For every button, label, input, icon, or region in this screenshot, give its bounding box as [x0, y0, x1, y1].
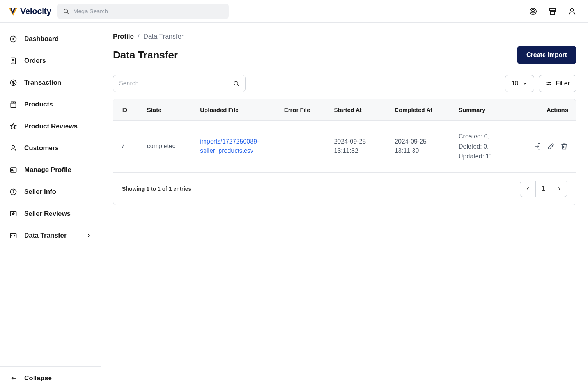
sidebar-item-label: Seller Info [24, 188, 56, 196]
sidebar: Dashboard Orders Transaction Products Pr… [0, 23, 101, 390]
edit-icon[interactable] [547, 142, 555, 150]
svg-rect-5 [551, 11, 555, 14]
chevron-right-icon [556, 186, 562, 191]
page-size-dropdown[interactable]: 10 [505, 75, 535, 92]
pagination: 1 [520, 181, 567, 197]
chevron-right-icon [85, 232, 92, 239]
svg-point-0 [64, 9, 68, 13]
sidebar-item-seller-info[interactable]: Seller Info [0, 181, 101, 203]
search-icon [63, 8, 69, 15]
col-state[interactable]: State [139, 99, 192, 121]
data-table: ID State Uploaded File Error File Starte… [113, 99, 576, 173]
col-completed-at[interactable]: Completed At [387, 99, 451, 121]
filter-icon [545, 80, 552, 87]
sidebar-item-data-transfer[interactable]: Data Transfer [0, 225, 101, 246]
table-toolbar: 10 Filter [113, 75, 576, 99]
col-started-at[interactable]: Started At [326, 99, 387, 121]
svg-point-22 [13, 190, 14, 191]
breadcrumb: Profile / Data Transfer [113, 33, 576, 41]
collapse-icon [9, 374, 17, 382]
sidebar-item-label: Manage Profile [24, 166, 71, 174]
pager-next[interactable] [551, 181, 567, 197]
sidebar-item-label: Seller Reviews [24, 210, 71, 218]
mega-search[interactable] [57, 4, 229, 19]
table-search[interactable] [113, 75, 246, 92]
chevron-down-icon [522, 81, 528, 86]
cell-state: completed [147, 143, 176, 149]
visit-shop-icon[interactable] [529, 7, 537, 16]
search-icon [233, 80, 240, 87]
svg-point-32 [549, 84, 550, 85]
create-import-button[interactable]: Create Import [517, 46, 576, 64]
import-icon[interactable] [534, 142, 542, 150]
col-id[interactable]: ID [113, 99, 139, 121]
breadcrumb-root[interactable]: Profile [113, 33, 134, 41]
brand-name: Velocity [20, 6, 51, 16]
table-row: 7 completed imports/1727250089-seller_pr… [113, 121, 576, 173]
transaction-icon [9, 79, 17, 87]
mega-search-input[interactable] [73, 8, 223, 14]
cell-uploaded-file-link[interactable]: imports/1727250089-seller_products.csv [200, 138, 259, 154]
cell-id: 7 [121, 143, 125, 149]
sidebar-item-dashboard[interactable]: Dashboard [0, 28, 101, 50]
sidebar-item-seller-reviews[interactable]: Seller Reviews [0, 203, 101, 225]
profile-card-icon [9, 166, 17, 174]
sidebar-item-label: Orders [24, 57, 46, 65]
row-actions [524, 142, 568, 150]
pager-page[interactable]: 1 [536, 181, 551, 197]
sidebar-item-manage-profile[interactable]: Manage Profile [0, 159, 101, 181]
table-search-input[interactable] [119, 80, 233, 87]
svg-point-8 [13, 39, 14, 40]
info-icon [9, 188, 17, 196]
svg-point-4 [533, 11, 534, 12]
col-summary[interactable]: Summary [451, 99, 516, 121]
sidebar-item-orders[interactable]: Orders [0, 50, 101, 72]
svg-point-27 [234, 81, 238, 85]
sidebar-item-customers[interactable]: Customers [0, 137, 101, 159]
sidebar-item-label: Data Transfer [24, 232, 67, 239]
logo-mark-icon [8, 6, 18, 16]
delete-icon[interactable] [560, 142, 568, 150]
page-title: Data Transfer [113, 49, 178, 61]
chevron-left-icon [525, 186, 531, 191]
entries-text: Showing 1 to 1 of 1 entries [122, 186, 191, 192]
header-actions [529, 7, 580, 16]
cell-completed-at: 2024-09-25 13:11:39 [395, 138, 427, 154]
sidebar-collapse[interactable]: Collapse [0, 366, 101, 390]
products-icon [9, 101, 17, 108]
breadcrumb-current: Data Transfer [143, 33, 184, 41]
review-icon [9, 210, 17, 218]
user-icon[interactable] [568, 7, 576, 16]
col-uploaded-file[interactable]: Uploaded File [192, 99, 276, 121]
sidebar-item-label: Transaction [24, 79, 61, 87]
col-actions: Actions [516, 99, 576, 121]
sidebar-item-label: Dashboard [24, 35, 59, 43]
sidebar-item-transaction[interactable]: Transaction [0, 72, 101, 94]
cell-started-at: 2024-09-25 13:11:32 [334, 138, 366, 154]
sidebar-item-label: Customers [24, 144, 59, 152]
svg-rect-18 [11, 168, 16, 172]
filter-button[interactable]: Filter [539, 75, 576, 92]
store-icon[interactable] [548, 7, 557, 16]
orders-icon [9, 57, 17, 65]
sidebar-item-product-reviews[interactable]: Product Reviews [0, 115, 101, 137]
data-transfer-icon [9, 232, 17, 239]
svg-line-1 [67, 12, 69, 14]
breadcrumb-separator: / [138, 33, 140, 41]
main-content: Profile / Data Transfer Data Transfer Cr… [101, 23, 588, 390]
svg-rect-15 [11, 103, 16, 108]
col-error-file[interactable]: Error File [276, 99, 326, 121]
table-footer: Showing 1 to 1 of 1 entries 1 [113, 173, 576, 205]
svg-point-6 [570, 8, 573, 11]
sidebar-item-label: Product Reviews [24, 122, 78, 130]
customers-icon [9, 144, 17, 152]
svg-point-30 [547, 82, 549, 83]
sidebar-item-products[interactable]: Products [0, 94, 101, 115]
filter-label: Filter [556, 80, 570, 87]
brand-logo[interactable]: Velocity [8, 6, 51, 16]
data-table-card: ID State Uploaded File Error File Starte… [113, 99, 576, 205]
dashboard-icon [9, 35, 17, 43]
cell-summary: Created: 0, Deleted: 0, Updated: 11 [459, 133, 492, 160]
star-icon [9, 122, 17, 130]
pager-prev[interactable] [520, 181, 536, 197]
